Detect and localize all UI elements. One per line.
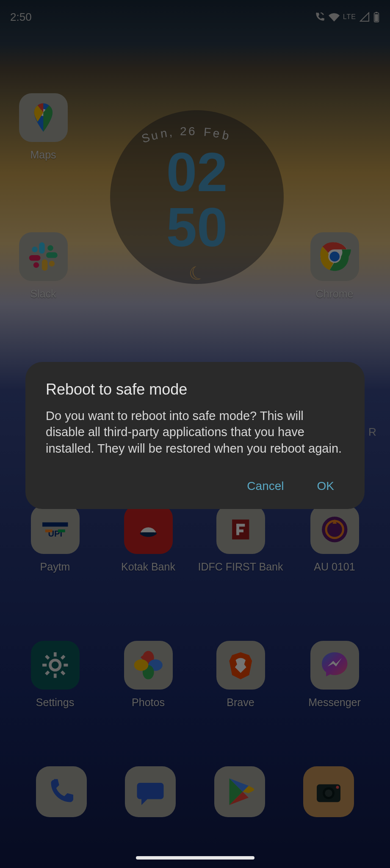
safe-mode-dialog: Reboot to safe mode Do you want to reboo…: [25, 362, 365, 509]
ok-button[interactable]: OK: [315, 475, 336, 497]
dialog-title: Reboot to safe mode: [46, 381, 344, 398]
navigation-handle[interactable]: [136, 856, 254, 860]
dialog-actions: Cancel OK: [46, 475, 344, 497]
cancel-button[interactable]: Cancel: [245, 475, 285, 497]
dialog-body: Do you want to reboot into safe mode? Th…: [46, 408, 344, 456]
